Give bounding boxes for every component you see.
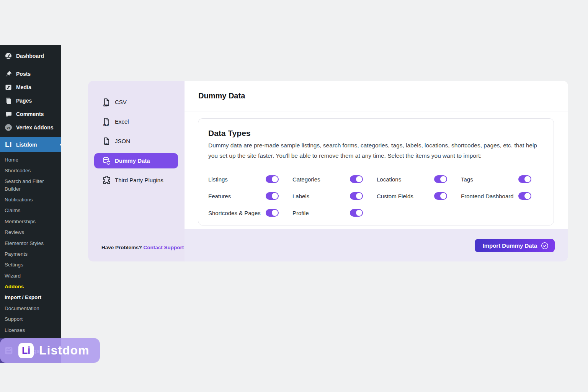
listings-toggle[interactable] <box>266 175 279 183</box>
import-nav-label: Dummy Data <box>115 157 150 164</box>
sidebar-item-label: Comments <box>16 111 44 117</box>
sidebar-item-comments[interactable]: Comments <box>0 107 61 121</box>
submenu-item-claims[interactable]: Claims <box>5 205 57 216</box>
profile-toggle[interactable] <box>350 209 363 217</box>
pushpin-icon <box>5 70 12 78</box>
toggle-label: Profile <box>292 210 309 216</box>
sidebar-item-pages[interactable]: Pages <box>0 94 61 107</box>
submenu-item-import-export[interactable]: Import / Export <box>5 292 57 303</box>
comments-icon <box>5 110 12 118</box>
xls-file-icon: XLS <box>101 117 111 127</box>
toggle-label: Listings <box>208 176 228 183</box>
pages-icon <box>5 97 12 105</box>
help-prefix: Have Problems? <box>101 245 142 250</box>
submenu-item-licenses[interactable]: Licenses <box>5 325 57 335</box>
toggle-row-labels: Labels <box>292 188 377 204</box>
import-nav-list: CSV CSV XLS Excel <> JSON <box>88 92 185 190</box>
toggle-label: Custom Fields <box>377 193 413 199</box>
toggle-knob <box>356 193 362 199</box>
submenu-item-elementor-styles[interactable]: Elementor Styles <box>5 238 57 248</box>
tags-toggle[interactable] <box>518 175 531 183</box>
import-content: Dummy Data Data Types Dummy data are pre… <box>185 81 568 261</box>
svg-text:CSV: CSV <box>103 103 109 107</box>
submenu-item-reviews[interactable]: Reviews <box>5 227 57 238</box>
sidebar-item-posts[interactable]: Posts <box>0 67 61 80</box>
sidebar-item-vertex-addons[interactable]: ve Vertex Addons <box>0 121 61 134</box>
listdom-li-badge-icon: Li <box>18 343 34 358</box>
listdom-logo-icon: Li <box>5 140 12 149</box>
active-menu-arrow-icon <box>60 141 64 149</box>
submenu-item-settings[interactable]: Settings <box>5 260 57 270</box>
active-nav-pill: Dummy Data <box>94 153 178 168</box>
toggle-knob <box>440 193 446 199</box>
toggle-knob <box>272 210 278 216</box>
import-nav-item-json[interactable]: <> JSON <box>88 131 185 151</box>
toggle-label: Features <box>208 193 231 199</box>
sidebar-item-listdom-active[interactable]: Li Listdom <box>0 137 61 152</box>
submenu-item-addons[interactable]: Addons <box>5 281 57 292</box>
listdom-logo-overlay: Li Listdom <box>0 338 100 363</box>
import-nav-sidebar: CSV CSV XLS Excel <> JSON <box>88 81 185 261</box>
svg-text:<>: <> <box>104 142 108 146</box>
import-nav-label: Third Party Plugins <box>115 177 163 183</box>
import-button-label: Import Dummy Data <box>482 242 537 249</box>
import-dummy-data-button[interactable]: Import Dummy Data <box>475 239 555 252</box>
import-nav-item-third-party-plugins[interactable]: Third Party Plugins <box>88 170 185 190</box>
toggle-knob <box>440 176 446 182</box>
page-title: Dummy Data <box>198 91 245 100</box>
toggle-row-tags: Tags <box>461 171 545 188</box>
toggle-knob <box>356 210 362 216</box>
card-title: Data Types <box>208 129 251 138</box>
help-text: Have Problems? Contact Support <box>101 245 184 250</box>
locations-toggle[interactable] <box>434 175 447 183</box>
toggle-knob <box>524 193 531 199</box>
import-nav-item-excel[interactable]: XLS Excel <box>88 112 185 131</box>
submenu-item-support[interactable]: Support <box>5 314 57 325</box>
data-types-card: Data Types Dummy data are pre-made sampl… <box>198 118 554 225</box>
toggle-row-categories: Categories <box>292 171 377 188</box>
toggle-knob <box>272 176 278 182</box>
labels-toggle[interactable] <box>350 192 363 200</box>
vertex-addons-icon: ve <box>5 124 12 131</box>
contact-support-link[interactable]: Contact Support <box>144 245 184 250</box>
submenu-item-notifications[interactable]: Notifications <box>5 194 57 205</box>
import-nav-item-dummy-data[interactable]: Dummy Data <box>88 151 185 170</box>
sidebar-item-label: Media <box>16 84 31 90</box>
content-body: Data Types Dummy data are pre-made sampl… <box>185 111 568 229</box>
toggle-row-shortcodes-pages: Shortcodes & Pages <box>208 204 292 221</box>
toggle-grid: Listings Categories Locations Tags <box>208 171 545 221</box>
submenu-item-payments[interactable]: Payments <box>5 248 57 259</box>
submenu-item-wizard[interactable]: Wizard <box>5 270 57 281</box>
custom-fields-toggle[interactable] <box>434 192 447 200</box>
submenu-item-memberships[interactable]: Memberships <box>5 216 57 227</box>
features-toggle[interactable] <box>266 192 279 200</box>
sidebar-item-label: Listdom <box>16 142 37 148</box>
submenu-item-shortcodes[interactable]: Shortcodes <box>5 165 57 176</box>
submenu-item-search-and-filter-builder[interactable]: Search and Filter Builder <box>5 176 57 194</box>
frontend-dashboard-toggle[interactable] <box>518 192 531 200</box>
svg-text:ve: ve <box>7 126 10 129</box>
toggle-row-frontend-dashboard: Frontend Dashboard <box>461 188 545 204</box>
categories-toggle[interactable] <box>350 175 363 183</box>
toggle-label: Categories <box>292 176 320 183</box>
screen: Dashboard Posts Media Pages Comments <box>0 0 588 392</box>
toggle-label: Locations <box>377 176 401 183</box>
sidebar-item-dashboard[interactable]: Dashboard <box>0 49 61 63</box>
toggle-label: Frontend Dashboard <box>461 193 514 199</box>
shortcodes-pages-toggle[interactable] <box>266 209 279 217</box>
import-nav-label: CSV <box>115 99 127 105</box>
submenu-item-documentation[interactable]: Documentation <box>5 303 57 314</box>
import-nav-label: JSON <box>115 138 130 144</box>
sidebar-item-label: Vertex Addons <box>16 124 54 131</box>
toggle-label: Shortcodes & Pages <box>208 210 261 216</box>
import-nav-label: Excel <box>115 118 129 125</box>
svg-text:XLS: XLS <box>103 123 109 126</box>
import-export-panel: CSV CSV XLS Excel <> JSON <box>88 81 568 261</box>
submenu-item-home[interactable]: Home <box>5 154 57 165</box>
sidebar-item-media[interactable]: Media <box>0 80 61 94</box>
import-nav-item-csv[interactable]: CSV CSV <box>88 92 185 112</box>
sidebar-item-label: Dashboard <box>16 53 44 59</box>
toggle-row-profile: Profile <box>292 204 377 221</box>
toggle-row-listings: Listings <box>208 171 292 188</box>
puzzle-icon <box>101 175 111 185</box>
